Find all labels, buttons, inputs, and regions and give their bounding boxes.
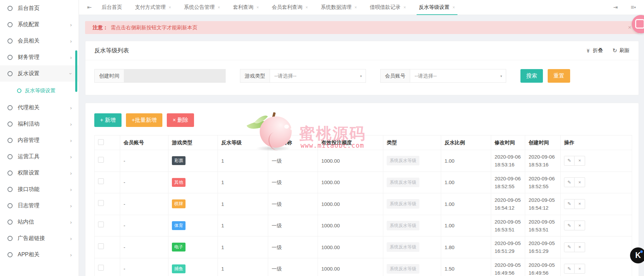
delete-row-button[interactable]: ×: [575, 264, 585, 274]
cell-select: [95, 258, 120, 276]
edit-row-button[interactable]: ✎: [564, 199, 575, 209]
cell-modified-time: 2020-09-05 16:53:51: [491, 215, 525, 237]
delete-row-button[interactable]: ×: [575, 177, 585, 187]
sidebar-item-site-messages[interactable]: 站内信›: [0, 214, 79, 230]
batch-add-button[interactable]: +批量新增: [126, 113, 162, 127]
delete-row-button[interactable]: ×: [575, 221, 585, 230]
tab-jiebei-loan-records[interactable]: 借呗借款记录×: [363, 0, 412, 15]
row-checkbox[interactable]: [98, 178, 104, 184]
cell-select: [95, 172, 120, 193]
delete-row-button[interactable]: ×: [575, 156, 585, 166]
cell-level: 1: [218, 193, 268, 215]
member-account-select[interactable]: --请选择--▾: [410, 69, 506, 83]
alert-close-icon[interactable]: ×: [628, 24, 631, 31]
tab-close-icon[interactable]: ×: [305, 5, 308, 10]
list-panel: 反水等级列表 ≫折叠 ↻刷新 创建时间 游戏类型 --请选择--▾: [85, 41, 639, 95]
app-window: 后台首页系统配置›会员相关›财务管理›反水设置›反水等级设置代理相关›福利活动›…: [0, 0, 644, 276]
sidebar-item-operation-tools[interactable]: 运营工具›: [0, 148, 79, 165]
cell-operations: ✎×: [561, 150, 632, 172]
sidebar-item-content-management[interactable]: 内容管理›: [0, 132, 79, 148]
col-header: 会员账号: [120, 135, 168, 150]
cell-level: 1: [218, 172, 268, 193]
sidebar-item-rebate-settings[interactable]: 反水设置›: [0, 65, 79, 82]
refresh-button[interactable]: ↻刷新: [613, 47, 630, 54]
sidebar-item-app-related[interactable]: APP相关›: [0, 246, 79, 263]
sidebar-item-finance-management[interactable]: 财务管理›: [0, 49, 79, 65]
sidebar-item-log-management[interactable]: 日志管理›: [0, 197, 79, 214]
tab-close-icon[interactable]: ×: [453, 5, 455, 10]
table-row: -其他1一级1000.00系统反水等级1.002020-09-06 18:52:…: [95, 172, 632, 193]
tab-close-icon[interactable]: ×: [354, 5, 357, 10]
sidebar-scrollbar-thumb[interactable]: [75, 50, 77, 92]
delete-row-button[interactable]: ×: [575, 199, 585, 209]
sidebar-item-interface-functions[interactable]: 接口功能›: [0, 181, 79, 197]
game-type-badge: 彩票: [172, 156, 186, 165]
edit-row-button[interactable]: ✎: [564, 264, 575, 274]
sidebar-item-agent-related[interactable]: 代理相关›: [0, 99, 79, 116]
row-checkbox[interactable]: [98, 243, 104, 249]
ring-icon: [17, 88, 21, 93]
sidebar-item-label: 日志管理: [18, 202, 70, 209]
sidebar-item-member-related[interactable]: 会员相关›: [0, 33, 79, 49]
delete-button[interactable]: × 删除: [167, 113, 194, 127]
edit-row-button[interactable]: ✎: [564, 221, 575, 230]
sidebar-item-label: 内容管理: [18, 137, 70, 144]
tab-member-arbitrage-query[interactable]: 会员套利查询×: [265, 0, 314, 15]
collapse-button[interactable]: ≫折叠: [586, 47, 603, 54]
select-all-checkbox[interactable]: [98, 139, 104, 145]
edit-row-button[interactable]: ✎: [564, 242, 575, 252]
tab-home[interactable]: 后台首页: [95, 0, 128, 15]
row-checkbox[interactable]: [98, 265, 104, 271]
edit-row-button[interactable]: ✎: [564, 177, 575, 187]
tab-close-icon[interactable]: ×: [168, 5, 171, 10]
tab-close-icon[interactable]: ×: [403, 5, 406, 10]
table-row: -彩票1一级1000.00系统反水等级1.002020-09-06 18:53:…: [95, 150, 632, 172]
tab-payment-methods[interactable]: 支付方式管理×: [128, 0, 177, 15]
search-button[interactable]: 搜索: [520, 69, 543, 83]
tab-system-data-cleanup[interactable]: 系统数据清理×: [314, 0, 363, 15]
alert-text: 需点击右侧刷新按钮文字才能刷新本页: [111, 25, 197, 31]
notice-alert: 注意： 需点击右侧刷新按钮文字才能刷新本页 ×: [85, 21, 639, 34]
sidebar-item-home[interactable]: 后台首页: [0, 0, 79, 16]
sidebar-item-system-config[interactable]: 系统配置›: [0, 16, 79, 33]
page-title: 反水等级列表: [94, 47, 129, 54]
row-checkbox[interactable]: [98, 222, 104, 227]
sidebar: 后台首页系统配置›会员相关›财务管理›反水设置›反水等级设置代理相关›福利活动›…: [0, 0, 79, 276]
sidebar-item-permission-settings[interactable]: 权限设置›: [0, 165, 79, 181]
sidebar-item-welfare-activities[interactable]: 福利活动›: [0, 116, 79, 132]
table-panel: + 新增 +批量新增 × 删除 会员账号游戏类型反水等级等级名称有效投注额度类型…: [85, 103, 639, 276]
game-type-select[interactable]: --请选择--▾: [270, 69, 366, 83]
tabs-scroll-last-icon[interactable]: ⇥: [610, 4, 621, 11]
tabs-scroll-first-icon[interactable]: ⇤: [84, 4, 95, 11]
row-checkbox[interactable]: [98, 200, 104, 206]
tab-arbitrage-query[interactable]: 套利查询×: [226, 0, 265, 15]
cell-ratio: 1.80: [441, 237, 491, 258]
tab-close-icon[interactable]: ×: [218, 5, 220, 10]
row-checkbox[interactable]: [98, 157, 104, 163]
col-header: 操作: [561, 135, 632, 150]
content: 注意： 需点击右侧刷新按钮文字才能刷新本页 × 反水等级列表 ≫折叠 ↻刷新 创…: [79, 15, 644, 276]
sidebar-item-label: 财务管理: [18, 54, 70, 61]
add-button[interactable]: + 新增: [94, 113, 122, 127]
reset-button[interactable]: 重置: [548, 69, 570, 83]
chevron-right-icon: ›: [70, 236, 72, 241]
created-time-input[interactable]: [124, 69, 226, 83]
filter-row: 创建时间 游戏类型 --请选择--▾ 会员账号 --请选择--▾ 搜索 重置: [85, 60, 639, 95]
chevron-right-icon: ›: [70, 219, 72, 225]
tab-close-icon[interactable]: ×: [256, 5, 259, 10]
k-logo-button[interactable]: K: [630, 247, 644, 263]
edit-row-button[interactable]: ✎: [564, 156, 575, 166]
delete-row-button[interactable]: ×: [575, 242, 585, 252]
type-badge: 系统反水等级: [387, 242, 419, 252]
cell-level-name: 一级: [268, 193, 318, 215]
cell-type: 系统反水等级: [383, 258, 441, 276]
tab-system-announcements[interactable]: 系统公告管理×: [177, 0, 226, 15]
tabs-menu-icon[interactable]: ≡▾: [627, 4, 639, 11]
ring-icon: [7, 121, 13, 127]
cell-game-type: 捕鱼: [168, 258, 218, 276]
cell-select: [95, 215, 120, 237]
cell-created-time: 2020-09-05 16:54:12: [525, 193, 561, 215]
tab-rebate-level-settings[interactable]: 反水等级设置×: [413, 0, 462, 15]
sidebar-item-rebate-level-settings[interactable]: 反水等级设置: [0, 82, 79, 99]
sidebar-item-ad-hyperlinks[interactable]: 广告超链接›: [0, 230, 79, 246]
